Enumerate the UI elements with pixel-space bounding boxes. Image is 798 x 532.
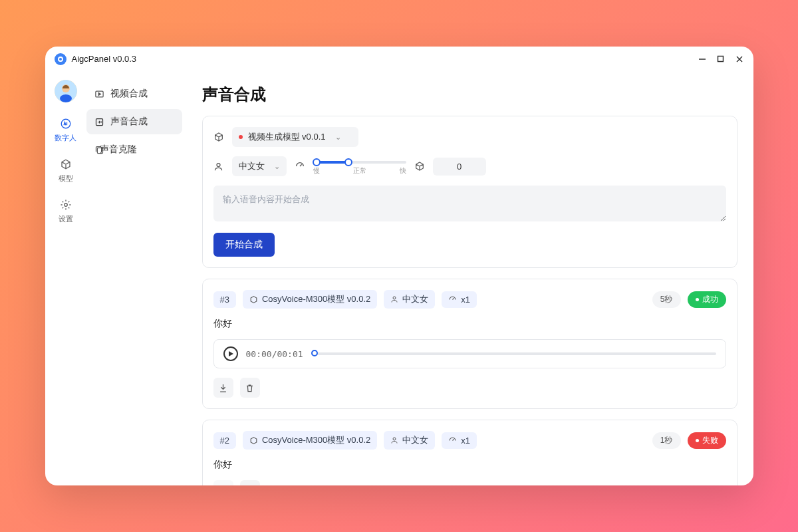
maximize-button[interactable] <box>716 55 726 64</box>
task-text: 你好 <box>213 459 726 471</box>
task-status-badge: 失败 <box>688 432 726 449</box>
task-id-chip: #3 <box>213 291 236 308</box>
speed-icon <box>448 295 457 304</box>
svg-point-10 <box>64 203 67 207</box>
sidebar: 视频合成 声音合成 声音克隆 <box>86 72 186 485</box>
rail-item-digital-human[interactable]: 数字人 <box>55 117 76 143</box>
speed-icon <box>448 436 457 445</box>
status-dot-icon <box>696 439 699 442</box>
task-text: 你好 <box>213 318 726 330</box>
speed-slow-label: 慢 <box>313 166 320 176</box>
task-speed-chip: x1 <box>442 291 477 308</box>
person-icon <box>390 436 398 444</box>
chevron-down-icon: ⌄ <box>274 162 280 171</box>
svg-point-15 <box>393 297 396 299</box>
speed-icon <box>295 161 305 172</box>
close-button[interactable] <box>735 55 744 64</box>
rail-label: 模型 <box>59 174 73 184</box>
avatar[interactable] <box>55 80 77 102</box>
synthesis-form: 视频生成模型 v0.0.1 ⌄ 中文女 ⌄ <box>202 116 737 268</box>
speed-fast-label: 快 <box>400 166 406 176</box>
sidebar-item-video-synthesis[interactable]: 视频合成 <box>86 81 182 106</box>
video-icon <box>94 88 105 99</box>
seed-input[interactable]: 0 <box>433 158 486 176</box>
rail-label: 设置 <box>59 214 73 224</box>
window-controls <box>698 55 744 64</box>
speed-normal-label: 正常 <box>353 166 366 176</box>
task-speed-chip: x1 <box>442 432 477 449</box>
delete-button[interactable] <box>240 480 260 485</box>
app-window: AigcPanel v0.0.3 数字人 模型 设置 <box>45 47 753 485</box>
page-title: 声音合成 <box>202 84 741 105</box>
cube-icon <box>213 132 224 142</box>
main: 声音合成 视频生成模型 v0.0.1 ⌄ 中文女 <box>186 72 753 485</box>
model-label: 视频生成模型 v0.0.1 <box>248 131 326 143</box>
download-button[interactable] <box>213 378 233 398</box>
scroll-area[interactable]: 视频生成模型 v0.0.1 ⌄ 中文女 ⌄ <box>202 116 741 485</box>
svg-point-16 <box>393 438 396 440</box>
svg-point-1 <box>59 58 62 61</box>
cube-icon <box>249 436 258 445</box>
svg-point-9 <box>61 119 70 128</box>
person-icon <box>213 161 224 172</box>
task-card: #3 CosyVoice-M300模型 v0.0.2 中文女 x1 <box>202 279 737 409</box>
status-dot-icon <box>239 135 243 139</box>
audio-player: 00:00/00:01 <box>213 339 726 368</box>
voice-icon <box>94 116 105 127</box>
task-model-chip: CosyVoice-M300模型 v0.0.2 <box>243 290 377 309</box>
model-select[interactable]: 视频生成模型 v0.0.1 ⌄ <box>232 127 358 147</box>
svg-point-14 <box>217 163 220 166</box>
ai-icon <box>59 117 72 130</box>
cube-icon <box>249 295 258 304</box>
task-duration: 1秒 <box>652 432 681 449</box>
rail-item-settings[interactable]: 设置 <box>59 198 73 224</box>
play-button[interactable] <box>223 346 238 361</box>
sidebar-label: 视频合成 <box>110 88 148 100</box>
download-button[interactable] <box>213 480 233 485</box>
sidebar-item-voice-synthesis[interactable]: 声音合成 <box>86 109 182 134</box>
app-title: AigcPanel v0.0.3 <box>72 54 692 64</box>
task-id-chip: #2 <box>213 432 236 449</box>
timecode: 00:00/00:01 <box>246 349 303 359</box>
cube-icon <box>414 161 425 172</box>
task-card: #2 CosyVoice-M300模型 v0.0.2 中文女 x1 <box>202 420 737 485</box>
task-voice-chip: 中文女 <box>384 290 435 309</box>
task-voice-chip: 中文女 <box>384 431 435 450</box>
task-status-badge: 成功 <box>688 291 726 308</box>
icon-rail: 数字人 模型 设置 <box>45 72 86 485</box>
sidebar-item-voice-clone[interactable]: 声音克隆 <box>86 137 182 162</box>
task-duration: 5秒 <box>652 291 681 308</box>
minimize-button[interactable] <box>698 55 707 64</box>
voice-select[interactable]: 中文女 ⌄ <box>232 156 287 176</box>
start-synthesis-button[interactable]: 开始合成 <box>213 233 275 257</box>
chevron-down-icon: ⌄ <box>335 133 341 142</box>
delete-button[interactable] <box>240 378 260 398</box>
titlebar: AigcPanel v0.0.3 <box>45 47 753 72</box>
sidebar-label: 声音合成 <box>110 116 148 128</box>
speed-slider[interactable]: 慢 正常 快 <box>313 157 406 176</box>
svg-rect-8 <box>60 94 72 102</box>
sidebar-label: 声音克隆 <box>100 144 137 156</box>
content-textarea[interactable] <box>213 186 726 221</box>
rail-item-model[interactable]: 模型 <box>59 158 73 184</box>
app-logo-icon <box>55 53 66 65</box>
voice-label: 中文女 <box>239 160 265 172</box>
cube-icon <box>59 158 72 171</box>
progress-bar[interactable] <box>311 352 716 355</box>
gear-icon <box>59 198 72 211</box>
person-icon <box>390 295 398 303</box>
status-dot-icon <box>696 298 699 301</box>
body: 数字人 模型 设置 视频合成 声音合成 声音克隆 <box>45 72 753 485</box>
rail-label: 数字人 <box>55 133 76 143</box>
svg-rect-3 <box>718 57 724 62</box>
task-model-chip: CosyVoice-M300模型 v0.0.2 <box>243 431 377 450</box>
